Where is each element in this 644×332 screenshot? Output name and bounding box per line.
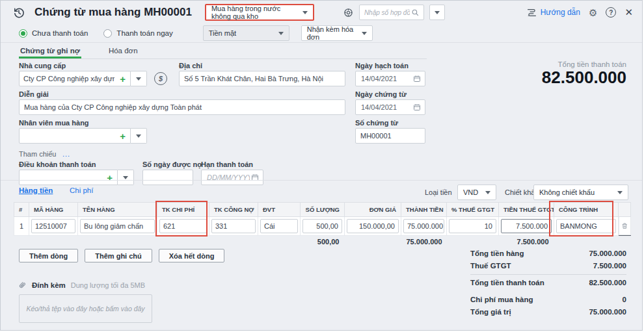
unit-price-cell[interactable]: 150.000,00 <box>347 219 399 233</box>
posting-date-input[interactable] <box>360 74 413 83</box>
add-row-button[interactable]: Thêm dòng <box>19 249 78 262</box>
posting-date-label: Ngày hạch toán <box>355 62 409 70</box>
summary-grand-total-value: 82.500.000 <box>589 279 626 287</box>
supplier-dropdown-button[interactable] <box>131 71 147 86</box>
employee-input[interactable] <box>20 129 118 142</box>
summary-total-value-label: Tổng giá trị <box>470 308 511 316</box>
contract-search-input[interactable] <box>363 8 411 17</box>
project-cell[interactable]: BANMONG <box>556 219 616 233</box>
radio-unpaid[interactable]: Chưa thanh toán <box>19 29 88 38</box>
summary-total-value: Tổng giá trị 75.000.000 <box>470 305 626 318</box>
doc-type-select[interactable]: Mua hàng trong nước không qua kho <box>205 4 314 21</box>
vat-amount-cell[interactable]: 7.500.000 <box>501 219 552 233</box>
contract-dropdown-button[interactable] <box>429 5 445 20</box>
gear-icon[interactable]: ⚙ <box>589 8 597 18</box>
file-dropzone[interactable]: Kéo/thả tệp vào đây hoặc bấm vào đây <box>19 294 152 323</box>
currency-select[interactable]: VND <box>457 185 496 200</box>
contract-link-icon[interactable] <box>343 7 354 18</box>
guide-link[interactable]: Hướng dẫn <box>526 8 580 18</box>
unit-cell[interactable]: Cái <box>260 219 298 233</box>
address-label: Địa chỉ <box>179 62 202 70</box>
employee-field: + <box>19 128 147 144</box>
document-tabs: Chứng từ ghi nợ Hóa đơn <box>19 44 427 59</box>
radio-unpaid-label: Chưa thanh toán <box>32 29 88 37</box>
summary-goods-total: Tổng tiền hàng 75.000.000 <box>470 247 626 259</box>
col-index: # <box>14 203 29 217</box>
clear-rows-button[interactable]: Xóa hết dòng <box>159 249 225 262</box>
expense-account-cell[interactable]: 621 <box>159 219 207 233</box>
add-note-button[interactable]: Thêm ghi chú <box>85 249 152 262</box>
reference-more-link[interactable]: ... <box>62 150 70 158</box>
reference-label: Tham chiếu <box>19 150 56 158</box>
history-icon[interactable] <box>12 6 25 19</box>
summary-grand-total-label: Tổng tiền thanh toán <box>470 279 544 287</box>
chevron-down-icon <box>136 77 141 81</box>
invoice-mode-select[interactable]: Nhận kèm hóa đơn <box>301 25 373 41</box>
discount-select[interactable]: Không chiết khấu <box>533 185 628 200</box>
col-unit: ĐVT <box>258 203 301 217</box>
summary-goods-total-label: Tổng tiền hàng <box>470 249 524 257</box>
close-icon[interactable]: ✕ <box>624 6 633 18</box>
col-row-actions <box>619 203 631 217</box>
supplier-label: Nhà cung cấp <box>19 62 66 70</box>
doc-number-label: Số chứng từ <box>355 119 398 127</box>
description-label: Diễn giải <box>19 90 49 98</box>
doc-number-input[interactable] <box>355 128 425 144</box>
page-title: Chứng từ mua hàng MH00001 <box>34 6 192 19</box>
item-code-cell[interactable]: 12510007 <box>31 219 75 233</box>
quantity-cell[interactable]: 500,00 <box>302 219 342 233</box>
vat-percent-cell[interactable]: 10 <box>449 219 496 233</box>
trash-icon <box>621 222 628 230</box>
tab-costs[interactable]: Chi phí <box>70 186 93 194</box>
radio-paynow-label: Thanh toán ngay <box>116 29 172 37</box>
supplier-balance-icon[interactable]: $ <box>154 72 167 85</box>
item-name-cell[interactable]: Bu lông giảm chấn <box>80 219 155 233</box>
chevron-down-icon <box>617 191 623 194</box>
delete-row-button[interactable] <box>619 217 631 235</box>
doc-date-field <box>355 99 425 115</box>
header-divider <box>1 42 642 43</box>
radio-paynow[interactable]: Thanh toán ngay <box>103 29 172 38</box>
address-input[interactable] <box>179 71 345 86</box>
doc-date-input[interactable] <box>360 103 413 112</box>
help-icon[interactable]: ? <box>606 7 616 18</box>
tab-goods[interactable]: Hàng tiền <box>19 186 53 194</box>
attachment-header: Đính kèm Dung lượng tối đa 5MB <box>18 281 145 290</box>
radio-unpaid-control[interactable] <box>19 29 27 38</box>
items-bar: Hàng tiền Chi phí Loại tiền VND Chiết kh… <box>1 180 642 202</box>
tab-invoice[interactable]: Hóa đơn <box>107 44 139 58</box>
attachment-label: Đính kèm <box>32 281 66 289</box>
calendar-icon[interactable] <box>413 103 421 111</box>
table-actions: Thêm dòng Thêm ghi chú Xóa hết dòng <box>19 249 224 262</box>
amount-cell[interactable]: 75.000.000 <box>403 219 444 233</box>
payable-account-cell[interactable]: 331 <box>211 219 256 233</box>
col-quantity: SỐ LƯỢNG <box>301 203 345 217</box>
add-employee-icon[interactable]: + <box>118 131 130 141</box>
row-index: 1 <box>14 217 29 236</box>
col-vat-amount: TIỀN THUẾ GTGT <box>499 203 554 217</box>
supplier-input[interactable] <box>20 72 118 85</box>
items-table-wrap: # MÃ HÀNG TÊN HÀNG TK CHI PHÍ TK CÔNG NỢ… <box>14 202 630 248</box>
add-supplier-icon[interactable]: + <box>118 74 130 84</box>
description-input[interactable] <box>19 99 345 115</box>
col-item-name: TÊN HÀNG <box>78 203 157 217</box>
radio-paynow-control[interactable] <box>103 29 112 38</box>
tab-debit-document[interactable]: Chứng từ ghi nợ <box>19 44 81 58</box>
total-vat: 7.500.000 <box>499 236 554 248</box>
discount-value: Không chiết khấu <box>539 188 595 196</box>
col-unit-price: ĐƠN GIÁ <box>345 203 401 217</box>
col-vat-percent: % THUẾ GTGT <box>447 203 499 217</box>
payment-method-select[interactable]: Tiền mặt <box>203 25 289 41</box>
doc-date-label: Ngày chứng từ <box>355 90 407 98</box>
summary-vat-value: 7.500.000 <box>593 262 626 270</box>
summary-grand-total: Tổng tiền thanh toán 82.500.000 <box>470 274 626 288</box>
summary-purchase-cost-value: 0 <box>623 296 626 303</box>
signpost-icon <box>526 8 537 18</box>
summary-goods-total-value: 75.000.000 <box>589 249 626 257</box>
calendar-icon[interactable] <box>413 75 421 83</box>
payment-method-value: Tiền mặt <box>209 29 236 37</box>
col-expense-account: TK CHI PHÍ <box>157 203 209 217</box>
employee-dropdown-button[interactable] <box>131 128 147 144</box>
invoice-mode-value: Nhận kèm hóa đơn <box>307 25 358 41</box>
chevron-down-icon <box>136 134 141 138</box>
